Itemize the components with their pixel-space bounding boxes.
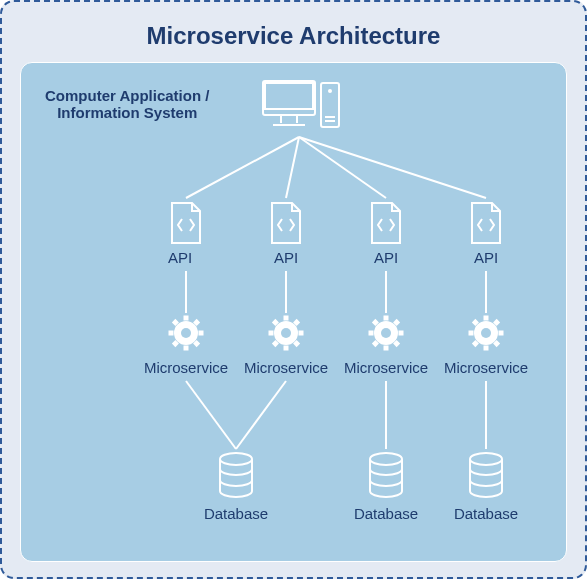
svg-point-57 <box>220 453 252 465</box>
svg-point-59 <box>470 453 502 465</box>
database-icon <box>216 451 256 501</box>
database-icon <box>366 451 406 501</box>
database-label: Database <box>454 505 518 522</box>
diagram-title: Microservice Architecture <box>20 22 567 50</box>
database-icon <box>466 451 506 501</box>
inner-frame: Computer Application / Information Syste… <box>20 62 567 562</box>
database-label: Database <box>354 505 418 522</box>
database-label: Database <box>204 505 268 522</box>
svg-line-53 <box>186 381 236 449</box>
svg-point-58 <box>370 453 402 465</box>
outer-frame: Microservice Architecture Computer Appli… <box>0 0 587 579</box>
svg-line-54 <box>236 381 286 449</box>
